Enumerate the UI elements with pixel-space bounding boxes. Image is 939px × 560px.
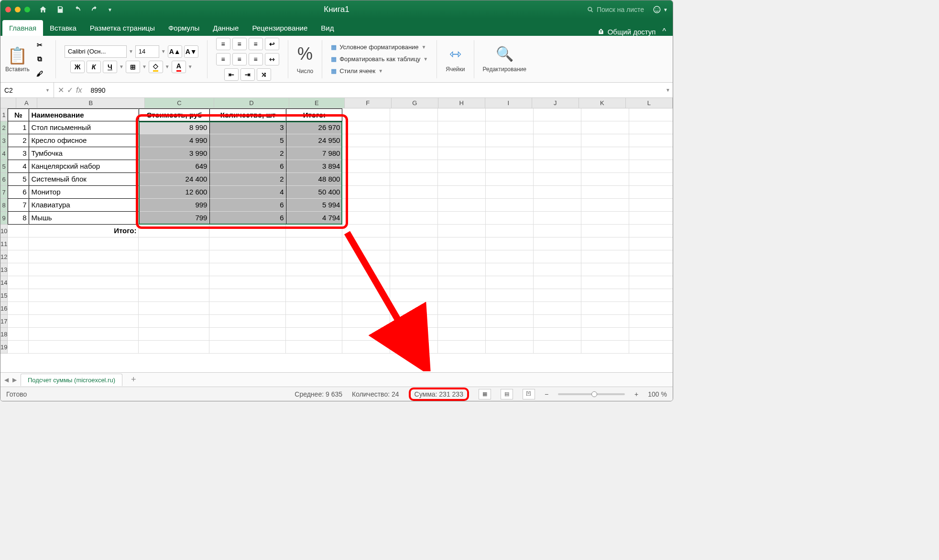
cell[interactable]	[534, 134, 581, 147]
row-header[interactable]: 17	[0, 315, 8, 328]
save-icon[interactable]	[56, 5, 65, 14]
row-header[interactable]: 16	[0, 302, 8, 315]
cell[interactable]	[581, 263, 629, 276]
col-header-D[interactable]: D	[214, 98, 289, 108]
zoom-out-button[interactable]: −	[545, 390, 548, 398]
cell[interactable]	[390, 341, 438, 354]
close-window[interactable]	[5, 7, 11, 12]
cell[interactable]	[534, 147, 581, 160]
cell[interactable]	[342, 147, 390, 160]
cell[interactable]	[390, 212, 438, 225]
align-left-button[interactable]: ≡	[216, 53, 230, 65]
cell[interactable]	[438, 289, 486, 302]
cell[interactable]: 8 990	[139, 121, 209, 134]
conditional-formatting-button[interactable]: ▦Условное форматирование▼	[331, 43, 426, 52]
cell[interactable]	[438, 160, 486, 173]
cell[interactable]	[629, 186, 673, 199]
cell[interactable]	[534, 341, 581, 354]
cell[interactable]	[390, 108, 438, 121]
cell[interactable]	[581, 276, 629, 289]
row-header[interactable]: 1	[0, 108, 8, 121]
cell[interactable]: 4	[8, 160, 29, 173]
cell[interactable]: Кресло офисное	[29, 134, 139, 147]
borders-button[interactable]: ⊞	[126, 61, 140, 73]
cell[interactable]	[29, 302, 139, 315]
align-bottom-button[interactable]: ≡	[249, 38, 263, 50]
cell[interactable]	[29, 263, 139, 276]
view-layout-button[interactable]: ▤	[501, 389, 513, 399]
cell[interactable]	[581, 225, 629, 237]
cell[interactable]	[342, 173, 390, 186]
percent-icon[interactable]: %	[297, 44, 313, 64]
cell[interactable]	[486, 289, 534, 302]
cell[interactable]	[486, 134, 534, 147]
cell[interactable]	[29, 341, 139, 354]
cell[interactable]	[629, 341, 673, 354]
cell[interactable]	[486, 186, 534, 199]
indent-left-button[interactable]: ⇤	[224, 68, 239, 81]
cell[interactable]	[342, 160, 390, 173]
cell[interactable]	[534, 263, 581, 276]
cell[interactable]	[534, 237, 581, 250]
cell[interactable]	[438, 315, 486, 328]
cell[interactable]: Итого:	[29, 225, 139, 237]
cell[interactable]	[534, 302, 581, 315]
cell[interactable]	[139, 302, 209, 315]
cell[interactable]	[8, 263, 29, 276]
cell[interactable]	[29, 315, 139, 328]
cell[interactable]	[342, 199, 390, 212]
cell[interactable]: 6	[209, 199, 286, 212]
row-header[interactable]: 19	[0, 341, 8, 354]
italic-button[interactable]: К	[87, 61, 101, 73]
cell[interactable]	[438, 147, 486, 160]
cell[interactable]	[629, 173, 673, 186]
cell[interactable]	[581, 212, 629, 225]
cell[interactable]	[139, 250, 209, 263]
cell[interactable]	[29, 289, 139, 302]
cell[interactable]	[390, 289, 438, 302]
wrap-text-button[interactable]: ↩	[265, 38, 279, 50]
name-box[interactable]: C2▼	[0, 83, 54, 97]
cell[interactable]	[629, 147, 673, 160]
cell[interactable]	[390, 250, 438, 263]
row-header[interactable]: 6	[0, 173, 8, 186]
cell[interactable]	[534, 108, 581, 121]
cell[interactable]	[534, 160, 581, 173]
cell[interactable]	[629, 237, 673, 250]
zoom-in-button[interactable]: +	[634, 390, 638, 398]
col-header-G[interactable]: G	[392, 98, 438, 108]
cell[interactable]	[438, 263, 486, 276]
cell[interactable]	[486, 199, 534, 212]
cell[interactable]: 4	[209, 186, 286, 199]
cell[interactable]	[629, 302, 673, 315]
row-header[interactable]: 10	[0, 225, 8, 237]
cell[interactable]	[342, 108, 390, 121]
cell[interactable]: Системный блок	[29, 173, 139, 186]
cell[interactable]	[486, 147, 534, 160]
cell[interactable]	[486, 225, 534, 237]
cell[interactable]	[486, 237, 534, 250]
cell[interactable]	[438, 173, 486, 186]
row-header[interactable]: 7	[0, 186, 8, 199]
cell[interactable]: №	[8, 108, 29, 121]
col-header-J[interactable]: J	[532, 98, 579, 108]
cell[interactable]	[286, 263, 342, 276]
cell[interactable]: Монитор	[29, 186, 139, 199]
cell[interactable]	[390, 328, 438, 341]
cell[interactable]: Количество, шт	[209, 108, 286, 121]
cell[interactable]	[438, 225, 486, 237]
cell[interactable]	[8, 237, 29, 250]
row-header[interactable]: 3	[0, 134, 8, 147]
cell[interactable]	[581, 121, 629, 134]
col-header-K[interactable]: K	[579, 98, 626, 108]
cell[interactable]	[629, 225, 673, 237]
find-icon[interactable]: 🔍	[496, 45, 513, 62]
cut-button[interactable]: ✂	[33, 39, 47, 51]
cell[interactable]	[342, 212, 390, 225]
shrink-font-button[interactable]: A▼	[184, 45, 198, 58]
cell[interactable]: Стоимость, руб	[139, 108, 209, 121]
tab-review[interactable]: Рецензирование	[245, 20, 314, 36]
cell[interactable]	[209, 276, 286, 289]
cell[interactable]	[581, 134, 629, 147]
cell[interactable]	[342, 225, 390, 237]
